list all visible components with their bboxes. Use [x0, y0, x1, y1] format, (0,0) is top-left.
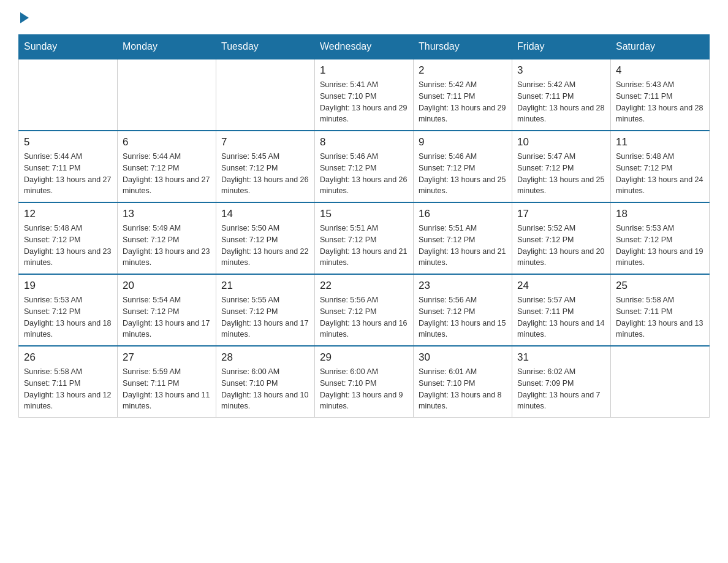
day-info: Sunrise: 5:50 AM Sunset: 7:12 PM Dayligh…	[221, 223, 309, 269]
day-info: Sunrise: 5:56 AM Sunset: 7:12 PM Dayligh…	[320, 294, 408, 340]
table-row: 7Sunrise: 5:45 AM Sunset: 7:12 PM Daylig…	[216, 131, 315, 202]
day-info: Sunrise: 6:00 AM Sunset: 7:10 PM Dayligh…	[221, 366, 309, 412]
col-monday: Monday	[118, 35, 216, 59]
day-info: Sunrise: 6:01 AM Sunset: 7:10 PM Dayligh…	[419, 366, 507, 412]
calendar-week-row: 1Sunrise: 5:41 AM Sunset: 7:10 PM Daylig…	[19, 59, 710, 131]
day-info: Sunrise: 5:44 AM Sunset: 7:12 PM Dayligh…	[123, 151, 211, 197]
day-number: 8	[320, 136, 408, 148]
col-thursday: Thursday	[414, 35, 512, 59]
table-row: 23Sunrise: 5:56 AM Sunset: 7:12 PM Dayli…	[414, 274, 512, 346]
col-sunday: Sunday	[19, 35, 118, 59]
table-row: 29Sunrise: 6:00 AM Sunset: 7:10 PM Dayli…	[315, 346, 414, 418]
table-row: 28Sunrise: 6:00 AM Sunset: 7:10 PM Dayli…	[216, 346, 315, 418]
day-info: Sunrise: 5:51 AM Sunset: 7:12 PM Dayligh…	[320, 223, 408, 269]
day-number: 22	[320, 280, 408, 292]
table-row: 24Sunrise: 5:57 AM Sunset: 7:11 PM Dayli…	[512, 274, 611, 346]
calendar-week-row: 5Sunrise: 5:44 AM Sunset: 7:11 PM Daylig…	[19, 131, 710, 202]
day-info: Sunrise: 5:54 AM Sunset: 7:12 PM Dayligh…	[123, 294, 211, 340]
table-row: 17Sunrise: 5:52 AM Sunset: 7:12 PM Dayli…	[512, 202, 611, 274]
logo-triangle-icon	[20, 12, 29, 23]
table-row: 30Sunrise: 6:01 AM Sunset: 7:10 PM Dayli…	[414, 346, 512, 418]
day-info: Sunrise: 5:48 AM Sunset: 7:12 PM Dayligh…	[616, 151, 704, 197]
table-row: 11Sunrise: 5:48 AM Sunset: 7:12 PM Dayli…	[611, 131, 710, 202]
day-number: 2	[419, 64, 507, 77]
day-number: 24	[517, 280, 605, 292]
day-info: Sunrise: 5:52 AM Sunset: 7:12 PM Dayligh…	[517, 223, 605, 269]
day-number: 19	[24, 280, 112, 292]
table-row: 21Sunrise: 5:55 AM Sunset: 7:12 PM Dayli…	[216, 274, 315, 346]
day-number: 4	[616, 64, 704, 77]
day-info: Sunrise: 5:43 AM Sunset: 7:11 PM Dayligh…	[616, 79, 704, 125]
calendar-week-row: 26Sunrise: 5:58 AM Sunset: 7:11 PM Dayli…	[19, 346, 710, 418]
table-row: 27Sunrise: 5:59 AM Sunset: 7:11 PM Dayli…	[118, 346, 216, 418]
day-info: Sunrise: 6:00 AM Sunset: 7:10 PM Dayligh…	[320, 366, 408, 412]
table-row: 9Sunrise: 5:46 AM Sunset: 7:12 PM Daylig…	[414, 131, 512, 202]
day-number: 9	[419, 136, 507, 148]
table-row: 2Sunrise: 5:42 AM Sunset: 7:11 PM Daylig…	[414, 59, 512, 131]
day-number: 25	[616, 280, 704, 292]
table-row: 15Sunrise: 5:51 AM Sunset: 7:12 PM Dayli…	[315, 202, 414, 274]
table-row: 3Sunrise: 5:42 AM Sunset: 7:11 PM Daylig…	[512, 59, 611, 131]
day-info: Sunrise: 5:57 AM Sunset: 7:11 PM Dayligh…	[517, 294, 605, 340]
day-number: 17	[517, 208, 605, 220]
table-row	[611, 346, 710, 418]
logo	[18, 12, 29, 22]
day-info: Sunrise: 5:42 AM Sunset: 7:11 PM Dayligh…	[419, 79, 507, 125]
table-row: 8Sunrise: 5:46 AM Sunset: 7:12 PM Daylig…	[315, 131, 414, 202]
day-number: 21	[221, 280, 309, 292]
day-number: 6	[123, 136, 211, 148]
table-row: 14Sunrise: 5:50 AM Sunset: 7:12 PM Dayli…	[216, 202, 315, 274]
calendar-header-row: Sunday Monday Tuesday Wednesday Thursday…	[19, 35, 710, 59]
day-info: Sunrise: 5:59 AM Sunset: 7:11 PM Dayligh…	[123, 366, 211, 412]
table-row: 4Sunrise: 5:43 AM Sunset: 7:11 PM Daylig…	[611, 59, 710, 131]
calendar-week-row: 19Sunrise: 5:53 AM Sunset: 7:12 PM Dayli…	[19, 274, 710, 346]
day-number: 27	[123, 351, 211, 364]
table-row: 18Sunrise: 5:53 AM Sunset: 7:12 PM Dayli…	[611, 202, 710, 274]
day-number: 7	[221, 136, 309, 148]
day-info: Sunrise: 5:46 AM Sunset: 7:12 PM Dayligh…	[419, 151, 507, 197]
day-info: Sunrise: 5:42 AM Sunset: 7:11 PM Dayligh…	[517, 79, 605, 125]
calendar-table: Sunday Monday Tuesday Wednesday Thursday…	[18, 34, 710, 418]
col-saturday: Saturday	[611, 35, 710, 59]
day-number: 10	[517, 136, 605, 148]
day-number: 31	[517, 351, 605, 364]
page-header	[18, 12, 710, 22]
day-info: Sunrise: 5:46 AM Sunset: 7:12 PM Dayligh…	[320, 151, 408, 197]
day-number: 5	[24, 136, 112, 148]
day-info: Sunrise: 5:58 AM Sunset: 7:11 PM Dayligh…	[616, 294, 704, 340]
day-number: 23	[419, 280, 507, 292]
table-row: 1Sunrise: 5:41 AM Sunset: 7:10 PM Daylig…	[315, 59, 414, 131]
calendar-week-row: 12Sunrise: 5:48 AM Sunset: 7:12 PM Dayli…	[19, 202, 710, 274]
table-row: 22Sunrise: 5:56 AM Sunset: 7:12 PM Dayli…	[315, 274, 414, 346]
table-row	[19, 59, 118, 131]
table-row: 10Sunrise: 5:47 AM Sunset: 7:12 PM Dayli…	[512, 131, 611, 202]
day-info: Sunrise: 5:55 AM Sunset: 7:12 PM Dayligh…	[221, 294, 309, 340]
table-row: 19Sunrise: 5:53 AM Sunset: 7:12 PM Dayli…	[19, 274, 118, 346]
day-number: 12	[24, 208, 112, 220]
day-number: 13	[123, 208, 211, 220]
day-info: Sunrise: 5:47 AM Sunset: 7:12 PM Dayligh…	[517, 151, 605, 197]
table-row: 26Sunrise: 5:58 AM Sunset: 7:11 PM Dayli…	[19, 346, 118, 418]
table-row: 16Sunrise: 5:51 AM Sunset: 7:12 PM Dayli…	[414, 202, 512, 274]
table-row: 20Sunrise: 5:54 AM Sunset: 7:12 PM Dayli…	[118, 274, 216, 346]
day-info: Sunrise: 5:41 AM Sunset: 7:10 PM Dayligh…	[320, 79, 408, 125]
col-tuesday: Tuesday	[216, 35, 315, 59]
day-info: Sunrise: 5:53 AM Sunset: 7:12 PM Dayligh…	[616, 223, 704, 269]
table-row: 6Sunrise: 5:44 AM Sunset: 7:12 PM Daylig…	[118, 131, 216, 202]
day-info: Sunrise: 5:44 AM Sunset: 7:11 PM Dayligh…	[24, 151, 112, 197]
day-number: 20	[123, 280, 211, 292]
col-wednesday: Wednesday	[315, 35, 414, 59]
day-info: Sunrise: 5:58 AM Sunset: 7:11 PM Dayligh…	[24, 366, 112, 412]
table-row	[216, 59, 315, 131]
table-row: 12Sunrise: 5:48 AM Sunset: 7:12 PM Dayli…	[19, 202, 118, 274]
table-row: 5Sunrise: 5:44 AM Sunset: 7:11 PM Daylig…	[19, 131, 118, 202]
day-number: 26	[24, 351, 112, 364]
day-number: 29	[320, 351, 408, 364]
day-number: 1	[320, 64, 408, 77]
table-row: 31Sunrise: 6:02 AM Sunset: 7:09 PM Dayli…	[512, 346, 611, 418]
table-row: 25Sunrise: 5:58 AM Sunset: 7:11 PM Dayli…	[611, 274, 710, 346]
day-info: Sunrise: 6:02 AM Sunset: 7:09 PM Dayligh…	[517, 366, 605, 412]
day-number: 16	[419, 208, 507, 220]
day-number: 3	[517, 64, 605, 77]
day-number: 18	[616, 208, 704, 220]
